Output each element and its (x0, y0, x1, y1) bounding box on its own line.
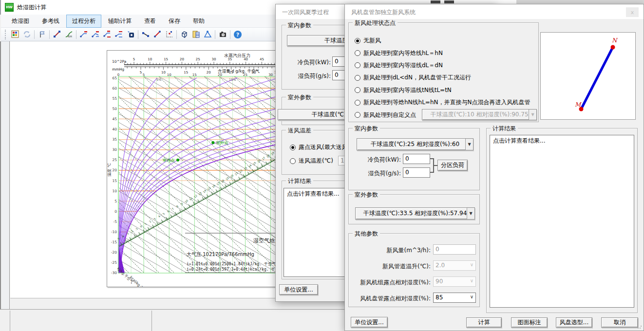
chevron-down-icon: ∨ (470, 262, 474, 267)
radio-icon (290, 158, 296, 164)
toolbar-separator (76, 30, 76, 39)
dialog1-moisture-label: 湿负荷(g/s): (288, 72, 331, 80)
svg-text:0: 0 (114, 209, 117, 214)
cube-3d-icon[interactable] (178, 29, 190, 40)
dialog1-radio-temp-diff[interactable]: 送风温差(℃) (290, 155, 333, 167)
left-dock-strip (0, 41, 10, 309)
dialog2-titlebar[interactable]: 风机盘管加独立新风系统 x (345, 4, 644, 19)
dialog2-indoor-temp-button[interactable]: 干球温度(℃):25 相对湿度(%):60 ▼ (357, 138, 474, 150)
calc-table-icon[interactable] (190, 29, 202, 40)
app-icon: HW (5, 3, 14, 12)
flag-icon[interactable] (36, 29, 48, 40)
palette-grid-icon[interactable] (9, 29, 21, 40)
svg-text:16: 16 (211, 184, 216, 189)
box-arrow-icon[interactable] (125, 29, 136, 40)
triangle-icon[interactable] (202, 29, 213, 40)
svg-text:含湿量 d g/kg. 干空气: 含湿量 d g/kg. 干空气 (217, 69, 260, 74)
svg-text:25: 25 (112, 158, 117, 162)
zone-bracket (434, 165, 437, 166)
other-row-control-3[interactable]: 85∨ (433, 293, 476, 303)
camera-icon[interactable] (217, 29, 228, 40)
dialog2-outdoor-temp-button[interactable]: 干球温度(℃):33.5 相对湿度(%):57.94 ▼ (355, 207, 475, 220)
radio-icon (355, 100, 360, 106)
svg-text:-2: -2 (130, 230, 134, 234)
dialog2-unit-settings-button[interactable]: 单位设置... (351, 317, 388, 328)
resize-grip[interactable] (637, 324, 642, 329)
line-tool-icon[interactable] (51, 29, 63, 40)
svg-text:0: 0 (139, 225, 143, 228)
fresh-air-option-0[interactable]: 无新风 (355, 35, 536, 47)
process-line-3-icon[interactable] (101, 29, 113, 40)
radio-selected-icon (355, 38, 360, 44)
svg-text:25: 25 (252, 161, 257, 166)
dialog2-result-box[interactable]: 点击计算查看结果... (490, 135, 634, 308)
svg-text:10: 10 (167, 73, 171, 77)
menu-item-0[interactable]: 焓湿图 (6, 15, 35, 28)
axes-icon[interactable] (163, 29, 175, 40)
rh-curve-icon[interactable]: RH (63, 29, 75, 40)
process-line-2-icon[interactable] (90, 29, 101, 40)
svg-text:0: 0 (117, 73, 119, 77)
svg-text:15: 15 (207, 186, 211, 191)
other-row-control-0[interactable]: 0 (433, 244, 476, 255)
menu-item-1[interactable]: 参考线 (36, 15, 65, 28)
dialog2-cooling-input[interactable]: 0 (403, 154, 430, 164)
fresh-air-option-3[interactable]: 新风处理到dL<dN，风机盘管干工况运行 (355, 72, 536, 84)
svg-text:25: 25 (243, 73, 247, 77)
svg-text:40: 40 (244, 57, 248, 61)
radio-icon (355, 87, 360, 93)
dropdown-arrow-icon[interactable]: ▼ (467, 208, 474, 219)
menu-item-4[interactable]: 查看 (138, 15, 162, 28)
svg-text:5: 5 (162, 212, 166, 216)
process-line-1-icon[interactable] (78, 29, 90, 40)
fresh-air-option-4[interactable]: 新风处理到室内等温线tN线tL=tN (355, 84, 536, 96)
rh-glyph: RH (68, 35, 72, 38)
dialog2-custom-point-button[interactable]: 干球温度(℃):10 相对湿度(%):90.75 ▼ (422, 109, 537, 120)
connect-points-icon[interactable] (140, 29, 152, 40)
dialog2-title: 风机盘管加独立新风系统 (351, 8, 416, 17)
svg-text:5%: 5% (156, 78, 161, 82)
fresh-air-option-2[interactable]: 新风处理到室内等湿线dL＝dN (355, 59, 536, 72)
point-n-dot (611, 45, 615, 50)
help-glyph: ? (236, 32, 239, 38)
dialog2-fan-select-button[interactable]: 风盘选型... (556, 317, 592, 328)
close-icon[interactable]: x (626, 7, 639, 17)
menu-item-5[interactable]: 保存 (163, 15, 186, 28)
svg-text:30: 30 (268, 73, 273, 77)
svg-text:5: 5 (114, 199, 117, 203)
dialog2-calculate-button[interactable]: 计算 (466, 317, 502, 328)
other-row-control-2[interactable]: 90∨ (433, 276, 476, 287)
process-preview-panel: M N (540, 32, 636, 120)
other-row-control-1[interactable]: 2.0∨ (433, 260, 476, 271)
dropdown-arrow-icon[interactable]: ▼ (529, 110, 536, 120)
menu-item-2[interactable]: 过程分析 (66, 15, 101, 28)
fresh-air-option-1[interactable]: 新风处理到室内等焓线hL＝hN (355, 47, 536, 59)
dialog2-annotate-button[interactable]: 图面标注 (511, 317, 548, 328)
menu-item-3[interactable]: 辅助计算 (102, 15, 137, 28)
svg-text:5: 5 (133, 57, 135, 61)
svg-text:10: 10 (184, 199, 189, 204)
dialog1-indoor-label: 室内参数 (286, 21, 313, 30)
fresh-air-option-label: 新风处理到dL<dN，风机盘管干工况运行 (363, 74, 471, 82)
svg-text:kcal/kg.干空气: kcal/kg.干空气 (129, 275, 150, 287)
menu-item-6[interactable]: 帮助 (187, 15, 210, 28)
dropdown-arrow-icon[interactable]: ▼ (465, 139, 473, 150)
dialog1-unit-settings-button[interactable]: 单位设置... (279, 284, 318, 295)
fresh-air-option-5[interactable]: 新风处理到等焓hN线hL=hN，并直接与N点混合再进入风机盘管 (355, 96, 536, 109)
red-line-icon[interactable] (152, 29, 163, 40)
dialog2-moisture-input[interactable]: 0 (403, 167, 430, 178)
svg-text:15%: 15% (229, 78, 236, 82)
dialog2-outdoor-label: 室外参数 (353, 191, 380, 199)
help-icon[interactable]: ? (232, 29, 244, 40)
svg-text:26: 26 (257, 159, 261, 164)
radio-icon (355, 75, 360, 81)
svg-text:45: 45 (112, 117, 117, 121)
refresh-icon[interactable] (21, 29, 33, 40)
fresh-air-option-label: 新风处理到等焓hN线hL=hN，并直接与N点混合再进入风机盘管 (363, 98, 530, 107)
point-n-label: N (612, 37, 618, 44)
svg-text:19: 19 (225, 176, 229, 181)
process-line-4-icon[interactable] (113, 29, 125, 40)
dialog2-cancel-button[interactable]: 取消 (601, 317, 638, 328)
svg-text:65: 65 (112, 76, 117, 80)
dialog2-zone-load-button[interactable]: 分区负荷 (437, 160, 468, 171)
